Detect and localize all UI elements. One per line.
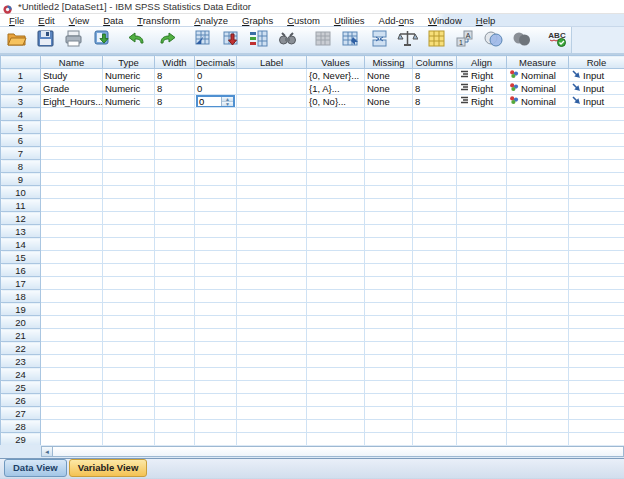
empty-cell[interactable] [365,316,413,329]
empty-cell[interactable] [457,173,507,186]
empty-cell[interactable] [307,290,365,303]
empty-cell[interactable] [569,199,624,212]
empty-cell[interactable] [155,420,195,433]
empty-cell[interactable] [41,134,103,147]
spinner-down-icon[interactable]: ▼ [222,101,233,106]
column-header-align[interactable]: Align [457,56,507,69]
empty-cell[interactable] [507,121,569,134]
empty-cell[interactable] [237,264,307,277]
cell-measure-row2[interactable]: Nominal [507,82,569,95]
row-header-25[interactable]: 25 [1,381,41,394]
row-header-22[interactable]: 22 [1,342,41,355]
empty-cell[interactable] [307,225,365,238]
cell-width-row2[interactable]: 8 [155,82,195,95]
cell-name-row2[interactable]: Grade [41,82,103,95]
print-button[interactable] [60,28,88,53]
empty-cell[interactable] [237,160,307,173]
empty-cell[interactable] [237,329,307,342]
empty-cell[interactable] [103,134,155,147]
empty-cell[interactable] [41,368,103,381]
cell-name-row1[interactable]: Study [41,69,103,82]
empty-cell[interactable] [195,407,237,420]
row-header-5[interactable]: 5 [1,121,41,134]
empty-cell[interactable] [237,186,307,199]
empty-cell[interactable] [413,225,457,238]
empty-cell[interactable] [307,251,365,264]
empty-cell[interactable] [195,147,237,160]
use-variable-sets-button[interactable] [480,28,508,53]
cell-label-row1[interactable] [237,69,307,82]
column-header-width[interactable]: Width [155,56,195,69]
row-header-11[interactable]: 11 [1,199,41,212]
empty-cell[interactable] [41,433,103,446]
row-header-17[interactable]: 17 [1,277,41,290]
empty-cell[interactable] [103,316,155,329]
empty-cell[interactable] [41,160,103,173]
empty-cell[interactable] [507,225,569,238]
empty-cell[interactable] [569,147,624,160]
empty-cell[interactable] [195,381,237,394]
empty-cell[interactable] [365,212,413,225]
row-header-10[interactable]: 10 [1,186,41,199]
empty-cell[interactable] [457,381,507,394]
column-header-type[interactable]: Type [103,56,155,69]
empty-cell[interactable] [457,147,507,160]
empty-cell[interactable] [155,433,195,446]
empty-cell[interactable] [457,290,507,303]
empty-cell[interactable] [237,394,307,407]
tab-data-view[interactable]: Data View [4,459,67,477]
spell-check-button[interactable]: ABC [544,28,572,53]
empty-cell[interactable] [507,342,569,355]
empty-cell[interactable] [103,186,155,199]
cell-role-row1[interactable]: Input [569,69,624,82]
empty-cell[interactable] [155,264,195,277]
empty-cell[interactable] [195,420,237,433]
empty-cell[interactable] [307,381,365,394]
empty-cell[interactable] [457,186,507,199]
cell-columns-row3[interactable]: 8 [413,95,457,108]
empty-cell[interactable] [237,290,307,303]
row-header-13[interactable]: 13 [1,225,41,238]
empty-cell[interactable] [155,251,195,264]
empty-cell[interactable] [155,199,195,212]
empty-cell[interactable] [365,108,413,121]
redo-button[interactable] [152,28,180,53]
empty-cell[interactable] [155,277,195,290]
empty-cell[interactable] [413,238,457,251]
row-header-20[interactable]: 20 [1,316,41,329]
empty-cell[interactable] [365,394,413,407]
empty-cell[interactable] [237,316,307,329]
empty-cell[interactable] [569,160,624,173]
empty-cell[interactable] [103,329,155,342]
cell-decimals-row1[interactable]: 0 [195,69,237,82]
empty-cell[interactable] [365,355,413,368]
empty-cell[interactable] [155,342,195,355]
empty-cell[interactable] [507,316,569,329]
empty-cell[interactable] [155,368,195,381]
cell-width-row3[interactable]: 8 [155,95,195,108]
empty-cell[interactable] [413,212,457,225]
empty-cell[interactable] [195,251,237,264]
empty-cell[interactable] [365,433,413,446]
empty-cell[interactable] [457,277,507,290]
empty-cell[interactable] [365,407,413,420]
empty-cell[interactable] [41,108,103,121]
empty-cell[interactable] [41,420,103,433]
empty-cell[interactable] [507,134,569,147]
empty-cell[interactable] [569,407,624,420]
empty-cell[interactable] [103,303,155,316]
select-cases-button[interactable] [423,28,451,53]
empty-cell[interactable] [103,342,155,355]
empty-cell[interactable] [41,173,103,186]
empty-cell[interactable] [507,394,569,407]
cell-role-row2[interactable]: Input [569,82,624,95]
empty-cell[interactable] [307,277,365,290]
row-header-14[interactable]: 14 [1,238,41,251]
empty-cell[interactable] [41,186,103,199]
column-header-columns[interactable]: Columns [413,56,457,69]
empty-cell[interactable] [155,316,195,329]
empty-cell[interactable] [237,407,307,420]
menu-utilities[interactable]: Utilities [329,15,374,26]
row-header-1[interactable]: 1 [1,69,41,82]
scrollbar-thumb[interactable] [53,446,624,457]
